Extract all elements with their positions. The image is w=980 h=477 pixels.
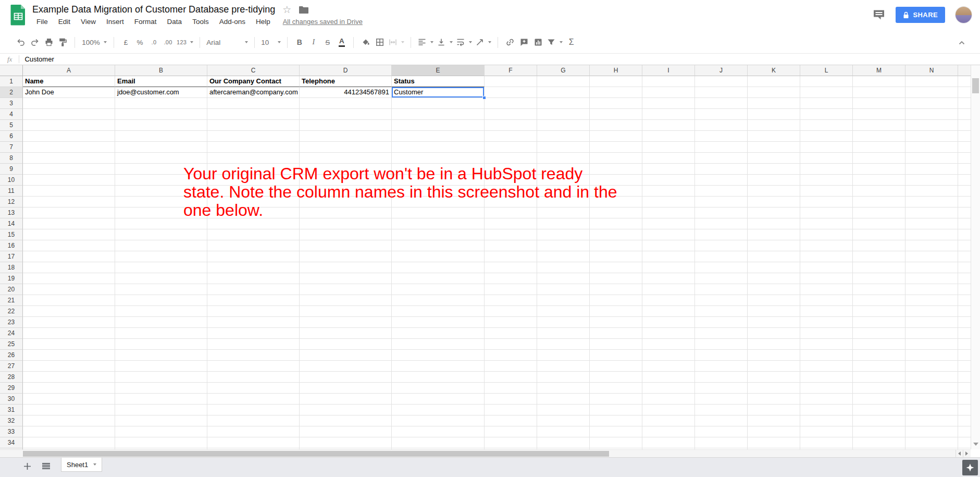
cell-F23[interactable] (485, 317, 537, 328)
cell-K25[interactable] (748, 339, 800, 350)
cell-L32[interactable] (800, 415, 853, 426)
row-header-23[interactable]: 23 (0, 317, 23, 328)
cell-H10[interactable] (590, 175, 642, 186)
cell-J2[interactable] (695, 87, 748, 98)
cell-I26[interactable] (642, 350, 695, 361)
fill-color-button[interactable] (358, 35, 373, 50)
cell-N13[interactable] (905, 207, 958, 218)
cell-B23[interactable] (115, 317, 207, 328)
cell-C7[interactable] (207, 142, 300, 153)
cell-D15[interactable] (300, 229, 392, 240)
cell-A24[interactable] (23, 328, 115, 339)
cell-G32[interactable] (537, 415, 590, 426)
row-header-24[interactable]: 24 (0, 328, 23, 339)
cell-L33[interactable] (800, 426, 853, 437)
cell-H20[interactable] (590, 284, 642, 295)
cell-H1[interactable] (590, 76, 642, 87)
cell-M33[interactable] (853, 426, 905, 437)
cell-K22[interactable] (748, 306, 800, 317)
cell-M32[interactable] (853, 415, 905, 426)
cell-F32[interactable] (485, 415, 537, 426)
cell-A30[interactable] (23, 394, 115, 405)
cell-B31[interactable] (115, 405, 207, 415)
cell-K23[interactable] (748, 317, 800, 328)
cell-B18[interactable] (115, 262, 207, 273)
cell-M19[interactable] (853, 273, 905, 284)
cell-B6[interactable] (115, 131, 207, 142)
cell-G12[interactable] (537, 197, 590, 207)
cell-B11[interactable] (115, 186, 207, 197)
cell-J10[interactable] (695, 175, 748, 186)
cell-D14[interactable] (300, 218, 392, 229)
horizontal-scrollbar[interactable] (0, 449, 971, 457)
cell-N16[interactable] (905, 240, 958, 251)
cell-D19[interactable] (300, 273, 392, 284)
cell-K34[interactable] (748, 437, 800, 448)
column-header-A[interactable]: A (23, 65, 115, 76)
cell-I31[interactable] (642, 405, 695, 415)
cell-G4[interactable] (537, 109, 590, 120)
cell-H32[interactable] (590, 415, 642, 426)
functions-button[interactable]: Σ (564, 35, 578, 50)
cell-H11[interactable] (590, 186, 642, 197)
folder-icon[interactable] (299, 6, 309, 14)
cell-K28[interactable] (748, 372, 800, 383)
cell-G22[interactable] (537, 306, 590, 317)
cell-G23[interactable] (537, 317, 590, 328)
cell-E23[interactable] (392, 317, 485, 328)
menu-item-format[interactable]: Format (129, 16, 162, 27)
cell-C25[interactable] (207, 339, 300, 350)
cell-E14[interactable] (392, 218, 485, 229)
cell-M24[interactable] (853, 328, 905, 339)
cell-C8[interactable] (207, 153, 300, 164)
cell-I12[interactable] (642, 197, 695, 207)
cell-L24[interactable] (800, 328, 853, 339)
share-button[interactable]: SHARE (896, 7, 945, 23)
cell-J29[interactable] (695, 383, 748, 394)
undo-button[interactable] (14, 35, 28, 50)
cell-G2[interactable] (537, 87, 590, 98)
cell-N27[interactable] (905, 361, 958, 372)
cell-A19[interactable] (23, 273, 115, 284)
cell-G7[interactable] (537, 142, 590, 153)
cell-I7[interactable] (642, 142, 695, 153)
column-header-C[interactable]: C (207, 65, 300, 76)
cell-D11[interactable] (300, 186, 392, 197)
cell-K24[interactable] (748, 328, 800, 339)
cell-B33[interactable] (115, 426, 207, 437)
cell-E10[interactable] (392, 175, 485, 186)
cell-D22[interactable] (300, 306, 392, 317)
column-header-E[interactable]: E (392, 65, 485, 76)
cell-C16[interactable] (207, 240, 300, 251)
horizontal-align-button[interactable] (416, 35, 435, 50)
column-header-H[interactable]: H (590, 65, 642, 76)
cell-A9[interactable] (23, 164, 115, 175)
cell-G31[interactable] (537, 405, 590, 415)
cell-M31[interactable] (853, 405, 905, 415)
cell-H17[interactable] (590, 251, 642, 262)
cell-B5[interactable] (115, 120, 207, 131)
cell-G29[interactable] (537, 383, 590, 394)
cell-N19[interactable] (905, 273, 958, 284)
cell-L21[interactable] (800, 295, 853, 306)
row-header-22[interactable]: 22 (0, 306, 23, 317)
cell-L7[interactable] (800, 142, 853, 153)
cell-E21[interactable] (392, 295, 485, 306)
cell-I20[interactable] (642, 284, 695, 295)
redo-button[interactable] (28, 35, 42, 50)
cell-K20[interactable] (748, 284, 800, 295)
cell-D27[interactable] (300, 361, 392, 372)
cell-N25[interactable] (905, 339, 958, 350)
cell-B2[interactable]: jdoe@customer.com (115, 87, 207, 98)
add-sheet-button[interactable] (23, 462, 31, 470)
cell-N22[interactable] (905, 306, 958, 317)
cell-C20[interactable] (207, 284, 300, 295)
star-icon[interactable]: ☆ (282, 5, 291, 15)
cell-F34[interactable] (485, 437, 537, 448)
cell-D30[interactable] (300, 394, 392, 405)
cell-N7[interactable] (905, 142, 958, 153)
cell-M4[interactable] (853, 109, 905, 120)
collapse-toolbar-button[interactable] (954, 35, 969, 50)
cell-B29[interactable] (115, 383, 207, 394)
comments-button[interactable] (873, 9, 885, 20)
